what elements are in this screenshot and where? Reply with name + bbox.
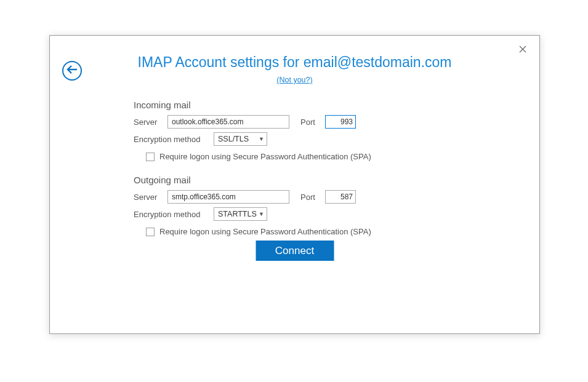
form-area: Incoming mail Server Port Encryption met… <box>134 100 466 250</box>
incoming-server-row: Server Port <box>134 115 466 129</box>
outgoing-enc-dropdown[interactable]: STARTTLS ▼ <box>214 207 267 221</box>
incoming-enc-value: SSL/TLS <box>218 135 249 143</box>
outgoing-enc-value: STARTTLS <box>218 210 257 218</box>
close-icon <box>519 44 526 55</box>
outgoing-server-label: Server <box>134 193 167 202</box>
incoming-spa-row: Require logon using Secure Password Auth… <box>146 152 466 161</box>
incoming-spa-label: Require logon using Secure Password Auth… <box>159 152 371 161</box>
dialog-title: IMAP Account settings for email@testdoma… <box>50 54 539 71</box>
incoming-spa-checkbox[interactable] <box>146 153 155 161</box>
incoming-enc-dropdown[interactable]: SSL/TLS ▼ <box>214 132 267 146</box>
incoming-heading: Incoming mail <box>134 100 466 110</box>
connect-button[interactable]: Connect <box>256 241 334 261</box>
incoming-enc-label: Encryption method <box>134 135 214 144</box>
outgoing-port-input[interactable] <box>325 190 356 204</box>
outgoing-server-input[interactable] <box>167 190 289 204</box>
chevron-down-icon: ▼ <box>259 211 264 217</box>
account-settings-dialog: IMAP Account settings for email@testdoma… <box>49 35 540 334</box>
chevron-down-icon: ▼ <box>259 136 264 142</box>
outgoing-port-label: Port <box>300 193 325 202</box>
outgoing-server-row: Server Port <box>134 190 466 204</box>
outgoing-heading: Outgoing mail <box>134 175 466 185</box>
outgoing-enc-row: Encryption method STARTTLS ▼ <box>134 207 466 221</box>
incoming-server-input[interactable] <box>167 115 289 129</box>
incoming-server-label: Server <box>134 117 167 127</box>
incoming-enc-row: Encryption method SSL/TLS ▼ <box>134 132 466 146</box>
outgoing-spa-checkbox[interactable] <box>146 228 155 236</box>
incoming-port-input[interactable] <box>325 115 356 129</box>
outgoing-enc-label: Encryption method <box>134 210 214 219</box>
not-you-container: (Not you?) <box>50 76 539 84</box>
outgoing-spa-row: Require logon using Secure Password Auth… <box>146 227 466 236</box>
incoming-port-label: Port <box>300 117 325 127</box>
outgoing-spa-label: Require logon using Secure Password Auth… <box>159 227 371 236</box>
not-you-link[interactable]: (Not you?) <box>276 76 312 84</box>
